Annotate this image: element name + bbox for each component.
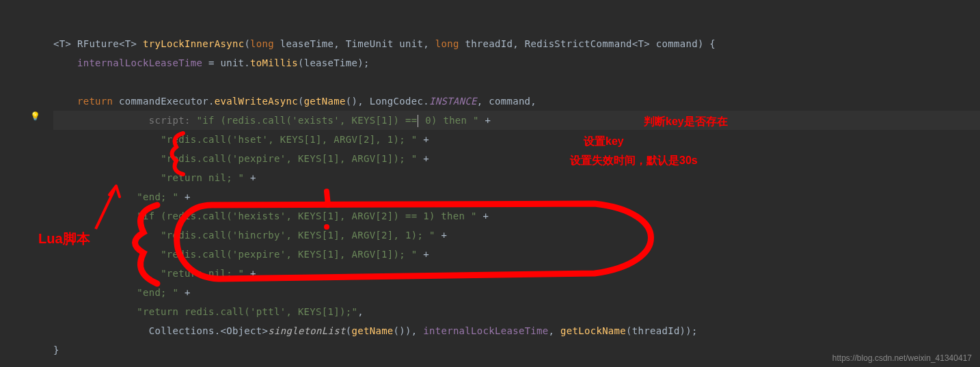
code-line: "redis.call('pexpire', KEYS[1], ARGV[1])…	[53, 245, 980, 264]
code-line: script: "if (redis.call('exists', KEYS[1…	[53, 111, 980, 130]
code-line: "if (redis.call('hexists', KEYS[1], ARGV…	[53, 206, 980, 226]
code-line	[53, 72, 980, 92]
watermark: https://blog.csdn.net/weixin_41340417	[832, 353, 972, 363]
code-line: "return nil; " +	[53, 168, 980, 187]
code-line: "return redis.call('pttl', KEYS[1]);",	[53, 302, 980, 321]
code-line: <T> RFuture<T> tryLockInnerAsync(long le…	[53, 34, 980, 53]
code-line: "end; " +	[53, 283, 980, 302]
code-area: <T> RFuture<T> tryLockInnerAsync(long le…	[0, 34, 980, 359]
code-line: return commandExecutor.evalWriteAsync(ge…	[53, 92, 980, 111]
code-line: "redis.call('hincrby', KEYS[1], ARGV[2],…	[53, 226, 980, 245]
code-editor[interactable]: <T> RFuture<T> tryLockInnerAsync(long le…	[0, 0, 980, 359]
code-line: "redis.call('pexpire', KEYS[1], ARGV[1])…	[53, 149, 980, 168]
caret-icon	[418, 115, 418, 127]
code-line: "return nil; " +	[53, 264, 980, 283]
code-line: Collections.<Object>singletonList(getNam…	[53, 321, 980, 340]
code-line: "end; " +	[53, 187, 980, 206]
code-line: "redis.call('hset', KEYS[1], ARGV[2], 1)…	[53, 130, 980, 149]
code-line: internalLockLeaseTime = unit.toMillis(le…	[53, 53, 980, 72]
